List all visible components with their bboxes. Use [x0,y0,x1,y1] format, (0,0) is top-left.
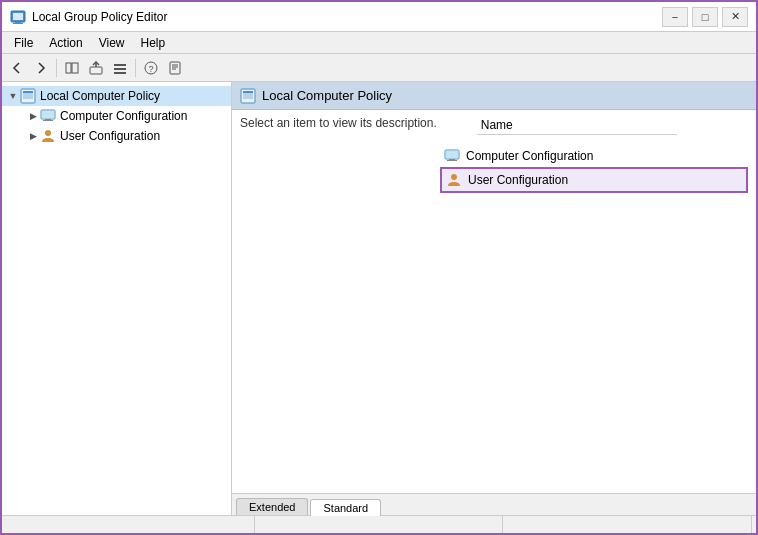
svg-rect-30 [447,160,457,161]
svg-rect-5 [72,63,78,73]
content-user-label: User Configuration [468,173,568,187]
svg-text:?: ? [148,64,153,74]
svg-rect-9 [114,72,126,74]
svg-rect-7 [114,64,126,66]
status-segment-1 [6,516,255,535]
maximize-button[interactable]: □ [692,7,718,27]
up-one-level-button[interactable] [85,57,107,79]
svg-point-23 [45,130,51,136]
toolbar-separator-1 [56,59,57,77]
column-name-header: Name [477,116,677,135]
content-computer-label: Computer Configuration [466,149,593,163]
app-icon [10,9,26,25]
window-title: Local Group Policy Editor [32,10,662,24]
svg-rect-1 [13,13,23,20]
toolbar: ? [2,54,756,82]
svg-rect-20 [42,111,54,118]
right-panel-title: Local Computer Policy [262,88,392,103]
minimize-button[interactable]: − [662,7,688,27]
content-computer-icon [444,148,460,164]
user-config-icon [40,128,56,144]
svg-rect-2 [15,22,21,23]
svg-rect-26 [243,91,253,93]
status-segment-3 [503,516,752,535]
tree-root-label: Local Computer Policy [40,89,160,103]
title-bar: Local Group Policy Editor − □ ✕ [2,2,756,32]
forward-button[interactable] [30,57,52,79]
tree-root-local-policy[interactable]: ▼ Local Computer Policy [2,86,231,106]
content-items: Computer Configuration User Configuratio… [440,145,748,193]
right-panel-content: Select an item to view its description. … [232,110,756,493]
tree-computer-config[interactable]: ▶ Computer Configuration [2,106,231,126]
svg-rect-6 [90,67,102,74]
window-controls: − □ ✕ [662,7,748,27]
close-button[interactable]: ✕ [722,7,748,27]
policy-icon [20,88,36,104]
main-layout: ▼ Local Computer Policy ▶ [2,82,756,515]
svg-rect-4 [66,63,71,73]
status-bar [2,515,756,535]
toolbar-separator-2 [135,59,136,77]
expand-icon-root: ▼ [6,89,20,103]
tab-standard[interactable]: Standard [310,499,381,516]
tree-computer-label: Computer Configuration [60,109,187,123]
svg-rect-22 [43,120,53,121]
svg-rect-28 [446,151,458,158]
svg-rect-29 [449,159,455,160]
bottom-tabs: Extended Standard [232,493,756,515]
show-hide-tree-button[interactable] [61,57,83,79]
right-panel-header: Local Computer Policy [232,82,756,110]
menu-view[interactable]: View [91,34,133,52]
menu-help[interactable]: Help [133,34,174,52]
svg-rect-21 [45,119,51,120]
expand-icon-user: ▶ [26,129,40,143]
tree-user-config[interactable]: ▶ User Configuration [2,126,231,146]
svg-point-31 [451,174,457,180]
svg-rect-3 [13,23,23,24]
tree-user-label: User Configuration [60,129,160,143]
svg-rect-12 [170,62,180,74]
help-button[interactable]: ? [140,57,162,79]
expand-icon-computer: ▶ [26,109,40,123]
svg-rect-8 [114,68,126,70]
description-text: Select an item to view its description. [240,116,437,130]
computer-config-icon [40,108,56,124]
status-segment-2 [255,516,504,535]
svg-rect-18 [23,91,33,93]
right-panel: Local Computer Policy Select an item to … [232,82,756,515]
properties-button[interactable] [164,57,186,79]
content-item-user[interactable]: User Configuration [440,167,748,193]
tab-extended[interactable]: Extended [236,498,308,515]
content-item-computer[interactable]: Computer Configuration [440,145,748,167]
content-user-icon [446,172,462,188]
right-header-icon [240,88,256,104]
left-panel-tree: ▼ Local Computer Policy ▶ [2,82,232,515]
menu-bar: File Action View Help [2,32,756,54]
menu-file[interactable]: File [6,34,41,52]
menu-action[interactable]: Action [41,34,90,52]
back-button[interactable] [6,57,28,79]
show-standard-toolbar-button[interactable] [109,57,131,79]
